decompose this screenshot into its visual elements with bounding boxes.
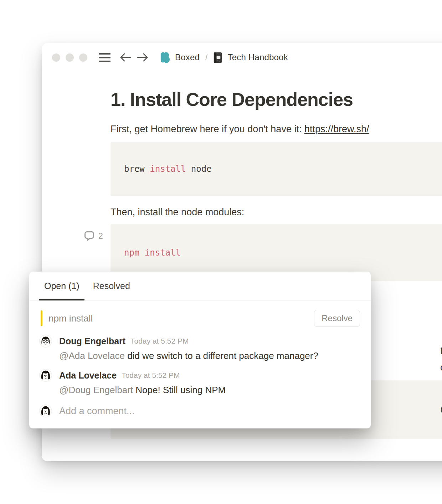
comment-count: 2 — [98, 231, 103, 241]
comment-timestamp: Today at 5:52 PM — [130, 337, 189, 345]
popover-tabs: Open (1) Resolved — [29, 272, 371, 300]
code-text: brew install node — [124, 164, 212, 174]
brew-link[interactable]: https://brew.sh/ — [304, 124, 369, 134]
comment-input[interactable] — [59, 406, 360, 417]
quoted-text: npm install — [48, 313, 93, 324]
quote-highlight-bar — [41, 310, 42, 326]
avatar-ada-lovelace — [39, 369, 52, 382]
comment-count-badge[interactable]: 2 — [84, 231, 103, 241]
comment-timestamp: Today at 5:52 PM — [122, 371, 180, 380]
comment-text: @Doug Engelbart Nope! Still using NPM — [59, 385, 360, 395]
comment-message: Nope! Still using NPM — [133, 385, 226, 395]
code-text: npm install — [124, 248, 181, 258]
code-text: next.git — [440, 405, 442, 415]
user-mention[interactable]: @Doug Engelbart — [59, 385, 133, 395]
between-paragraph: Then, install the node modules: — [110, 206, 442, 218]
comment-message: did we switch to a different package man… — [125, 350, 318, 361]
quoted-block-row: npm install Resolve — [41, 310, 360, 327]
comment-bubble-icon — [84, 231, 95, 241]
avatar-ada-lovelace — [39, 405, 52, 417]
comment-composer — [39, 405, 360, 417]
tab-resolved[interactable]: Resolved — [88, 272, 135, 300]
comments-popover: Open (1) Resolved npm install Resolve Do… — [29, 272, 371, 428]
comment-item: Doug Engelbart Today at 5:52 PM @Ada Lov… — [39, 335, 360, 361]
page-title: 1. Install Core Dependencies — [110, 89, 442, 110]
comment-thread: Doug Engelbart Today at 5:52 PM @Ada Lov… — [39, 335, 360, 417]
resolve-button[interactable]: Resolve — [314, 310, 360, 327]
occluded-line-1: t beforehand (a — [440, 345, 442, 356]
comment-author: Ada Lovelace — [59, 370, 117, 381]
occluded-line-2: our computer. — [440, 362, 442, 373]
comment-item: Ada Lovelace Today at 5:52 PM @Doug Enge… — [39, 369, 360, 395]
avatar-doug-engelbart — [39, 335, 52, 348]
code-block-brew: brew install node — [110, 142, 442, 196]
tab-open[interactable]: Open (1) — [39, 272, 84, 300]
comment-text: @Ada Lovelace did we switch to a differe… — [59, 350, 360, 361]
user-mention[interactable]: @Ada Lovelace — [59, 350, 125, 361]
intro-text: First, get Homebrew here if you don't ha… — [110, 124, 304, 134]
intro-paragraph: First, get Homebrew here if you don't ha… — [110, 123, 442, 135]
comment-author: Doug Engelbart — [59, 336, 125, 346]
